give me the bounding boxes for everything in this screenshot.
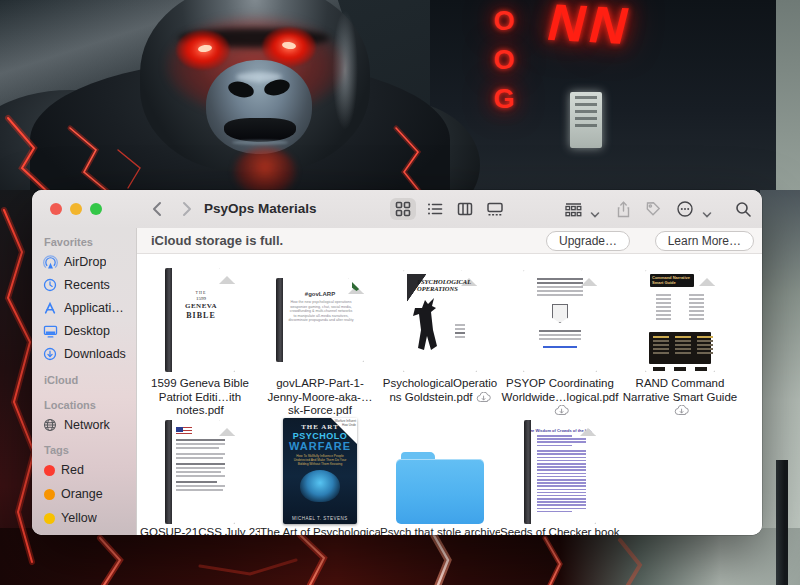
list-view-button[interactable]	[422, 198, 448, 220]
file-label: PsychologicalOperations Goldstein.pdf	[380, 377, 500, 406]
app-store-a-icon	[42, 300, 58, 316]
clock-icon	[42, 277, 58, 293]
group-chevron-icon[interactable]	[590, 205, 600, 213]
pdf-thumbnail	[523, 270, 597, 372]
download-circle-icon	[42, 346, 58, 362]
sidebar-tag-green[interactable]: Green	[42, 532, 134, 535]
file-label-clipped: Seeds of Checker book.pdf	[500, 526, 620, 535]
zoom-button[interactable]	[90, 203, 102, 215]
back-button[interactable]	[148, 199, 168, 219]
yellow-tag-icon	[44, 513, 55, 524]
file-label: RAND Command Narrative Smart Guide	[620, 377, 740, 420]
icloud-notification-bar: iCloud storage is full. Upgrade… Learn M…	[137, 228, 762, 254]
search-button[interactable]	[730, 198, 756, 220]
file-label: govLARP-Part-1-Jenny-Moore-aka-…sk-Force…	[260, 377, 380, 418]
folder-icon	[396, 452, 484, 524]
file-label-clipped: The Art of Psychological Warfare Stevens…	[260, 526, 380, 535]
airdrop-icon	[42, 254, 58, 270]
more-chevron-icon[interactable]	[702, 205, 712, 213]
sidebar-item-recents[interactable]: Recents	[42, 275, 134, 295]
folder-blue[interactable]: Psych that stole archive	[380, 422, 500, 535]
window-title: PsyOps Materials	[204, 201, 317, 216]
desktop: OOG NN	[0, 0, 800, 585]
more-button[interactable]	[672, 198, 698, 220]
us-flag-icon	[176, 427, 192, 436]
sidebar-tag-yellow[interactable]: Yellow	[42, 508, 134, 528]
sidebar-item-applications[interactable]: Applicati…	[42, 298, 134, 318]
close-button[interactable]	[50, 203, 62, 215]
sidebar-item-downloads[interactable]: Downloads	[42, 344, 134, 364]
cloud-download-icon	[476, 392, 491, 407]
forward-button[interactable]	[176, 199, 196, 219]
pdf-thumbnail: The Wisdom of Crowds of the hills	[524, 420, 596, 524]
sidebar-item-desktop[interactable]: Desktop	[42, 321, 134, 341]
sidebar-tag-orange[interactable]: Orange	[42, 484, 134, 504]
red-tag-icon	[44, 465, 55, 476]
folder-label-clipped: Psych that stole archive	[380, 526, 500, 535]
file-art-of-psych-warfare[interactable]: THE ART PSYCHOLO WARFARE How To Skillful…	[260, 422, 380, 535]
pdf-thumbnail: Command Narrative Smart Guide	[645, 270, 715, 372]
finder-window: PsyOps Materials	[32, 190, 762, 535]
pdf-thumbnail	[165, 420, 235, 524]
book-cover-thumbnail: THE ART PSYCHOLO WARFARE How To Skillful…	[283, 418, 357, 524]
file-psyop-coordinating[interactable]: PSYOP Coordinating Worldwide…logical.pdf	[500, 268, 620, 420]
pdf-thumbnail: PSYCHOLOGICAL OPERATIONS	[403, 270, 477, 372]
icloud-full-message: iCloud storage is full.	[151, 233, 283, 248]
share-button[interactable]	[610, 198, 636, 220]
sidebar-item-airdrop[interactable]: AirDrop	[42, 252, 134, 272]
sidebar-header-icloud: iCloud	[44, 374, 78, 386]
title-bar[interactable]: PsyOps Materials	[32, 190, 762, 228]
globe-icon	[42, 417, 58, 433]
tags-button[interactable]	[640, 198, 666, 220]
figure-silhouette	[409, 294, 443, 350]
pdf-thumbnail: THE 1599 GENEVA BIBLE	[165, 268, 235, 372]
minimize-button[interactable]	[70, 203, 82, 215]
sidebar-header-tags: Tags	[44, 444, 69, 456]
sidebar-item-network[interactable]: Network	[42, 415, 134, 435]
sidebar-tag-red[interactable]: Red	[42, 460, 134, 480]
sidebar-header-favorites: Favorites	[44, 236, 93, 248]
sidebar: Favorites AirDrop Recents Applicati…	[32, 228, 137, 535]
shield-crest-icon	[552, 304, 568, 323]
file-govlarp[interactable]: #govLARP How the new psychological opera…	[260, 268, 380, 418]
file-label: 1599 Geneva Bible Patriot Editi…ith note…	[140, 377, 260, 418]
sidebar-header-locations: Locations	[44, 399, 96, 411]
cloud-download-icon	[554, 405, 569, 420]
group-button[interactable]	[560, 198, 586, 220]
file-grid: THE 1599 GENEVA BIBLE 1599 Geneva Bible …	[137, 254, 762, 535]
file-wisdom-document[interactable]: The Wisdom of Crowds of the hills Seeds …	[500, 422, 620, 535]
grid-view-button[interactable]	[390, 198, 416, 220]
file-flag-document[interactable]: GOSUP-21CSS July 23 The intel Psych behi…	[140, 422, 260, 535]
file-label-clipped: GOSUP-21CSS July 23 The intel Psych behi…	[140, 526, 260, 535]
file-psychological-operations[interactable]: PSYCHOLOGICAL OPERATIONS PsychologicalOp…	[380, 268, 500, 406]
gallery-view-button[interactable]	[482, 198, 508, 220]
brain-image	[300, 470, 340, 502]
file-geneva-bible[interactable]: THE 1599 GENEVA BIBLE 1599 Geneva Bible …	[140, 268, 260, 418]
file-label: PSYOP Coordinating Worldwide…logical.pdf	[500, 377, 620, 420]
column-view-button[interactable]	[452, 198, 478, 220]
upgrade-button[interactable]: Upgrade…	[546, 231, 630, 251]
desktop-icon	[42, 323, 58, 339]
cloud-download-icon	[674, 405, 689, 420]
pdf-thumbnail: #govLARP How the new psychological opera…	[276, 278, 364, 362]
orange-tag-icon	[44, 489, 55, 500]
learn-more-button[interactable]: Learn More…	[655, 231, 754, 251]
file-rand-guide[interactable]: Command Narrative Smart Guide RAND Comma…	[620, 268, 740, 420]
